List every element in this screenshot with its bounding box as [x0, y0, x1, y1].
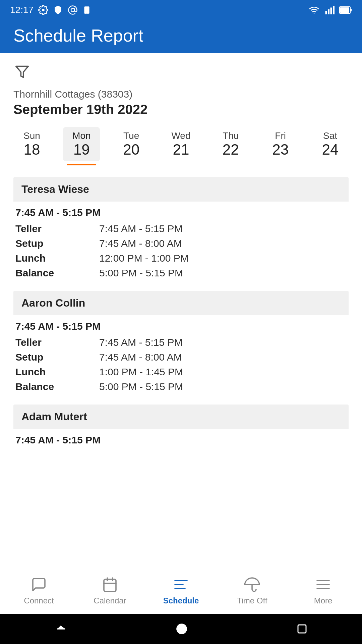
day-number: 19	[73, 141, 90, 158]
svg-point-22	[176, 624, 187, 634]
status-right	[308, 5, 352, 15]
svg-rect-4	[330, 8, 332, 14]
filter-button[interactable]	[13, 63, 31, 80]
shift-label: Setup	[15, 352, 99, 363]
shift-time: 1:00 PM - 1:45 PM	[99, 366, 183, 378]
nav-connect-label: Connect	[24, 596, 54, 605]
date-title: September 19th 2022	[13, 102, 349, 117]
svg-rect-2	[325, 11, 327, 14]
schedule-rows: Teller7:45 AM - 5:15 PMSetup7:45 AM - 8:…	[13, 337, 349, 392]
schedule-row: Balance5:00 PM - 5:15 PM	[15, 381, 349, 392]
schedule-row: Setup7:45 AM - 8:00 AM	[15, 238, 349, 249]
active-underline	[67, 164, 96, 165]
day-24[interactable]: Sat24	[312, 127, 349, 161]
day-22[interactable]: Thu22	[212, 127, 249, 161]
shift-label: Teller	[15, 337, 99, 348]
week-selector: Sun18Mon19Tue20Wed21Thu22Fri23Sat24	[13, 127, 349, 165]
day-number: 23	[272, 141, 289, 158]
gear-icon	[38, 5, 48, 15]
status-bar: 12:17	[0, 0, 362, 20]
back-button[interactable]	[54, 622, 67, 636]
app-header: Schedule Report	[0, 20, 362, 53]
day-number: 20	[123, 141, 139, 158]
status-time: 12:17	[10, 5, 34, 15]
shift-time: 7:45 AM - 5:15 PM	[99, 223, 182, 234]
shift-time: 5:00 PM - 5:15 PM	[99, 381, 183, 392]
main-content: Thornhill Cottages (38303) September 19t…	[0, 53, 362, 567]
filter-row	[13, 63, 349, 80]
employees-container: Teresa Wiese7:45 AM - 5:15 PMTeller7:45 …	[13, 177, 349, 446]
shift-label: Teller	[15, 223, 99, 234]
page-title: Schedule Report	[13, 25, 349, 46]
shift-time: 12:00 PM - 1:00 PM	[99, 253, 189, 264]
svg-rect-23	[298, 625, 306, 633]
employee-name: Teresa Wiese	[21, 183, 89, 195]
nav-schedule[interactable]: Schedule	[145, 573, 217, 609]
nav-timeoff-label: Time Off	[237, 596, 267, 605]
schedule-row: Setup7:45 AM - 8:00 AM	[15, 352, 349, 363]
nav-connect[interactable]: Connect	[3, 573, 74, 609]
sim-icon	[82, 5, 91, 15]
shift-label: Lunch	[15, 253, 99, 264]
svg-rect-7	[340, 7, 349, 13]
shift-time: 7:45 AM - 5:15 PM	[99, 337, 182, 348]
schedule-row: Balance5:00 PM - 5:15 PM	[15, 267, 349, 279]
bottom-nav: Connect Calendar Schedule	[0, 567, 362, 614]
shift-label: Setup	[15, 238, 99, 249]
day-20[interactable]: Tue20	[113, 127, 150, 161]
nav-calendar-label: Calendar	[94, 596, 126, 605]
employee-header: Teresa Wiese	[13, 177, 349, 202]
svg-rect-5	[333, 6, 335, 14]
nav-timeoff[interactable]: Time Off	[217, 573, 288, 609]
home-button[interactable]	[175, 623, 188, 635]
battery-icon	[339, 6, 352, 14]
timeoff-icon	[243, 576, 261, 593]
more-icon	[314, 576, 332, 593]
day-number: 24	[322, 141, 338, 158]
shift-label: Balance	[15, 267, 99, 279]
filter-icon	[15, 64, 29, 79]
svg-rect-10	[104, 579, 116, 591]
day-number: 18	[24, 141, 40, 158]
nav-calendar[interactable]: Calendar	[74, 573, 145, 609]
calendar-icon	[101, 576, 119, 593]
nav-more[interactable]: More	[288, 573, 359, 609]
schedule-row: Teller7:45 AM - 5:15 PM	[15, 223, 349, 234]
signal-icon	[324, 5, 335, 15]
day-name: Mon	[72, 130, 90, 141]
schedule-row: Lunch12:00 PM - 1:00 PM	[15, 253, 349, 264]
day-18[interactable]: Sun18	[13, 127, 50, 161]
day-19[interactable]: Mon19	[63, 127, 100, 161]
day-21[interactable]: Wed21	[163, 127, 199, 161]
status-left: 12:17	[10, 5, 91, 15]
day-name: Sat	[323, 130, 337, 141]
svg-rect-3	[328, 9, 329, 14]
svg-marker-9	[16, 66, 28, 77]
day-23[interactable]: Fri23	[262, 127, 299, 161]
schedule-icon	[172, 576, 190, 593]
day-name: Thu	[223, 130, 239, 141]
schedule-row: Teller7:45 AM - 5:15 PM	[15, 337, 349, 348]
employee-name: Aaron Collin	[21, 297, 85, 309]
schedule-summary: 7:45 AM - 5:15 PM	[13, 434, 349, 446]
android-nav	[0, 614, 362, 644]
day-name: Tue	[123, 130, 139, 141]
location-text: Thornhill Cottages (38303)	[13, 89, 349, 100]
schedule-summary: 7:45 AM - 5:15 PM	[13, 321, 349, 332]
day-name: Wed	[171, 130, 190, 141]
connect-icon	[30, 576, 48, 593]
shift-time: 5:00 PM - 5:15 PM	[99, 267, 183, 279]
schedule-rows: Teller7:45 AM - 5:15 PMSetup7:45 AM - 8:…	[13, 223, 349, 279]
svg-point-0	[71, 8, 74, 12]
employee-section-1: Aaron Collin7:45 AM - 5:15 PMTeller7:45 …	[13, 291, 349, 392]
recents-button[interactable]	[296, 623, 308, 635]
day-number: 21	[173, 141, 189, 158]
shift-label: Lunch	[15, 366, 99, 378]
employee-header: Aaron Collin	[13, 291, 349, 315]
day-number: 22	[223, 141, 239, 158]
shield-icon	[53, 5, 63, 15]
wifi-icon	[308, 5, 320, 15]
nav-more-label: More	[314, 596, 333, 605]
shift-time: 7:45 AM - 8:00 AM	[99, 352, 182, 363]
shift-label: Balance	[15, 381, 99, 392]
